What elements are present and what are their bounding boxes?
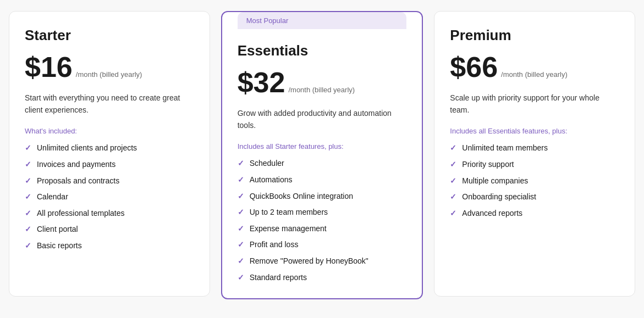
feature-item: ✓ Basic reports (25, 241, 194, 252)
feature-item: ✓ Unlimited team members (450, 143, 619, 154)
feature-text: Client portal (37, 224, 78, 235)
plan-description-essentials: Grow with added productivity and automat… (238, 108, 407, 131)
check-icon: ✓ (25, 225, 31, 233)
feature-item: ✓ QuickBooks Online integration (238, 191, 407, 202)
price-period-essentials: /month (billed yearly) (288, 86, 355, 94)
check-icon: ✓ (238, 240, 244, 249)
check-icon: ✓ (238, 273, 244, 282)
check-icon: ✓ (450, 143, 456, 152)
feature-item: ✓ Calendar (25, 192, 194, 203)
check-icon: ✓ (450, 160, 456, 169)
feature-text: Priority support (462, 159, 514, 170)
popular-badge: Most Popular (238, 12, 407, 29)
feature-item: ✓ Proposals and contracts (25, 176, 194, 187)
feature-text: Standard reports (250, 272, 307, 283)
feature-item: ✓ Automations (238, 175, 407, 186)
feature-item: ✓ Up to 2 team members (238, 207, 407, 218)
price-amount-starter: $16 (25, 53, 73, 81)
price-amount-premium: $66 (450, 53, 498, 81)
plan-price-essentials: $32 /month (billed yearly) (238, 68, 407, 97)
feature-text: Onboarding specialist (462, 192, 536, 203)
check-icon: ✓ (450, 192, 456, 201)
feature-text: Unlimited team members (462, 143, 548, 154)
feature-list-starter: ✓ Unlimited clients and projects ✓ Invoi… (25, 143, 194, 251)
feature-text: All professional templates (37, 208, 125, 219)
feature-item: ✓ Advanced reports (450, 208, 619, 219)
includes-label-premium: Includes all Essentials features, plus: (450, 127, 619, 135)
feature-text: Remove "Powered by HoneyBook" (250, 256, 368, 267)
plan-name-essentials: Essentials (238, 42, 407, 59)
check-icon: ✓ (450, 176, 456, 185)
feature-text: Automations (250, 175, 293, 186)
check-icon: ✓ (25, 209, 31, 217)
feature-text: Profit and loss (250, 239, 299, 250)
feature-item: ✓ Invoices and payments (25, 159, 194, 170)
plan-name-starter: Starter (25, 27, 194, 44)
check-icon: ✓ (238, 224, 244, 233)
feature-text: Basic reports (37, 241, 82, 252)
feature-list-essentials: ✓ Scheduler ✓ Automations ✓ QuickBooks O… (238, 158, 407, 283)
feature-text: Scheduler (250, 158, 284, 169)
feature-item: ✓ Client portal (25, 224, 194, 235)
feature-item: ✓ Scheduler (238, 158, 407, 169)
check-icon: ✓ (25, 143, 31, 152)
plan-card-premium: Premium $66 /month (billed yearly) Scale… (434, 11, 635, 297)
plan-name-premium: Premium (450, 27, 619, 44)
feature-text: Multiple companies (462, 176, 528, 187)
feature-text: QuickBooks Online integration (250, 191, 353, 202)
feature-item: ✓ Profit and loss (238, 239, 407, 250)
feature-item: ✓ Priority support (450, 159, 619, 170)
feature-item: ✓ All professional templates (25, 208, 194, 219)
feature-text: Proposals and contracts (37, 176, 119, 187)
feature-text: Up to 2 team members (250, 207, 328, 218)
feature-text: Expense management (250, 224, 327, 235)
feature-text: Invoices and payments (37, 159, 115, 170)
plan-card-essentials: Most Popular Essentials $32 /month (bill… (221, 11, 423, 299)
feature-list-premium: ✓ Unlimited team members ✓ Priority supp… (450, 143, 619, 219)
check-icon: ✓ (25, 160, 31, 169)
check-icon: ✓ (238, 256, 244, 265)
check-icon: ✓ (25, 192, 31, 201)
price-period-starter: /month (billed yearly) (76, 70, 142, 79)
feature-item: ✓ Multiple companies (450, 176, 619, 187)
plan-price-starter: $16 /month (billed yearly) (25, 53, 194, 81)
pricing-container: Starter $16 /month (billed yearly) Start… (9, 11, 635, 299)
feature-item: ✓ Unlimited clients and projects (25, 143, 194, 154)
check-icon: ✓ (25, 241, 31, 250)
plan-description-starter: Start with everything you need to create… (25, 92, 194, 116)
check-icon: ✓ (238, 192, 244, 200)
feature-item: ✓ Standard reports (238, 272, 407, 283)
feature-text: Calendar (37, 192, 68, 203)
plan-card-starter: Starter $16 /month (billed yearly) Start… (9, 11, 210, 297)
feature-text: Unlimited clients and projects (37, 143, 137, 154)
feature-item: ✓ Remove "Powered by HoneyBook" (238, 256, 407, 267)
includes-label-essentials: Includes all Starter features, plus: (238, 142, 407, 150)
feature-text: Advanced reports (462, 208, 522, 219)
includes-label-starter: What's included: (25, 127, 194, 135)
feature-item: ✓ Onboarding specialist (450, 192, 619, 203)
check-icon: ✓ (238, 208, 244, 216)
price-period-premium: /month (billed yearly) (501, 70, 568, 79)
plan-price-premium: $66 /month (billed yearly) (450, 53, 619, 81)
check-icon: ✓ (238, 175, 244, 184)
plan-description-premium: Scale up with priority support for your … (450, 92, 619, 116)
price-amount-essentials: $32 (238, 68, 285, 97)
check-icon: ✓ (25, 176, 31, 185)
check-icon: ✓ (238, 159, 244, 168)
check-icon: ✓ (450, 209, 456, 217)
feature-item: ✓ Expense management (238, 224, 407, 235)
